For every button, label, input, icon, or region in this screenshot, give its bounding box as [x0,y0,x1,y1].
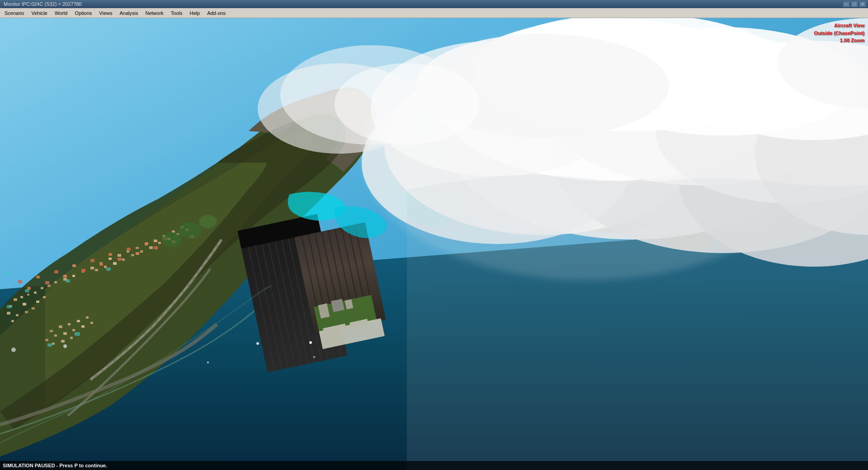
svg-point-84 [162,232,182,247]
svg-rect-8 [47,285,51,287]
svg-point-144 [63,344,67,348]
svg-rect-10 [16,314,19,316]
svg-point-145 [11,348,16,352]
menu-scenario[interactable]: Scenario [1,8,28,18]
svg-point-142 [313,356,315,358]
svg-rect-58 [54,270,58,273]
svg-rect-62 [127,248,131,251]
svg-rect-45 [86,316,89,319]
svg-rect-56 [18,280,22,283]
svg-point-83 [199,215,217,228]
hud-zoom: 1.00 Zoom [814,37,864,44]
svg-rect-25 [136,247,139,249]
svg-rect-52 [45,339,48,341]
svg-rect-68 [81,269,85,272]
svg-rect-23 [118,254,121,257]
svg-rect-16 [72,275,75,277]
svg-rect-57 [36,276,40,278]
svg-rect-60 [90,259,94,262]
svg-rect-63 [145,242,148,245]
svg-rect-50 [81,325,85,328]
menu-world[interactable]: World [51,8,71,18]
hud-overlay: Aircraft View Outside (ChasePoint) 1.00 … [814,22,864,44]
window-controls[interactable]: − □ × [843,1,866,7]
svg-rect-70 [118,258,122,261]
svg-rect-37 [149,246,153,249]
svg-rect-14 [25,311,28,313]
svg-rect-18 [90,267,94,269]
status-text: SIMULATION PAUSED - Press P to continue. [3,463,107,468]
hud-aircraft-view: Aircraft View [814,22,864,29]
svg-rect-61 [108,253,112,256]
svg-rect-31 [95,269,98,271]
title-bar: Monitor IPC:024C (S32) = 2027780 − □ × [0,0,868,8]
svg-rect-71 [136,252,139,255]
svg-rect-66 [45,281,49,284]
svg-rect-81 [47,343,52,347]
svg-rect-77 [106,268,111,271]
svg-rect-7 [41,287,43,289]
svg-rect-59 [72,264,76,267]
svg-rect-12 [54,281,57,283]
svg-rect-19 [11,320,14,322]
svg-rect-69 [99,263,103,266]
svg-rect-46 [50,330,53,332]
menu-analysis[interactable]: Analysis [116,8,142,18]
svg-rect-32 [104,266,107,268]
svg-rect-49 [72,329,75,331]
svg-rect-110 [331,299,344,312]
menu-bar: Scenario Vehicle World Options Views Ana… [0,8,868,18]
svg-rect-75 [25,289,29,292]
svg-rect-1 [14,298,17,301]
svg-rect-15 [43,296,46,298]
svg-rect-38 [158,242,161,244]
menu-options[interactable]: Options [71,8,95,18]
svg-point-143 [309,341,312,344]
window-title: Monitor IPC:024C (S32) = 2027780 [2,1,82,7]
svg-rect-79 [5,271,10,275]
svg-rect-9 [7,312,10,315]
svg-rect-51 [90,322,93,324]
menu-network[interactable]: Network [142,8,167,18]
main-viewport: Aircraft View Outside (ChasePoint) 1.00 … [0,18,868,470]
svg-rect-53 [52,343,55,345]
svg-rect-6 [23,303,26,306]
svg-rect-4 [27,294,29,296]
svg-rect-54 [61,340,65,343]
menu-views[interactable]: Views [95,8,116,18]
svg-point-82 [179,222,201,239]
status-bar: SIMULATION PAUSED - Press P to continue. [0,461,868,470]
svg-rect-80 [7,305,11,308]
menu-help[interactable]: Help [186,8,204,18]
svg-point-140 [256,342,259,345]
svg-rect-36 [140,250,143,253]
hud-view-mode: Outside (ChasePoint) [814,29,864,37]
menu-vehicle[interactable]: Vehicle [28,8,51,18]
svg-rect-5 [34,291,37,294]
minimize-button[interactable]: − [843,1,850,7]
svg-rect-43 [68,323,71,325]
svg-rect-48 [63,332,67,335]
menu-tools[interactable]: Tools [167,8,186,18]
restore-button[interactable]: □ [851,1,858,7]
svg-rect-67 [63,275,67,277]
menu-addons[interactable]: Add-ons [203,8,229,18]
svg-rect-35 [131,254,134,256]
svg-rect-44 [77,320,80,322]
svg-rect-20 [32,307,35,310]
svg-point-139 [335,63,479,145]
close-button[interactable]: × [859,1,866,7]
svg-rect-78 [75,332,80,336]
svg-rect-2 [20,296,23,298]
svg-rect-72 [154,246,158,249]
svg-point-141 [207,362,209,363]
svg-rect-47 [54,334,57,337]
svg-rect-11 [36,301,39,303]
svg-rect-76 [66,279,70,282]
svg-rect-42 [59,325,62,328]
svg-rect-27 [154,240,157,242]
svg-rect-34 [122,258,125,261]
svg-rect-22 [108,258,112,260]
svg-rect-33 [113,262,117,265]
terrain-svg [0,18,868,470]
